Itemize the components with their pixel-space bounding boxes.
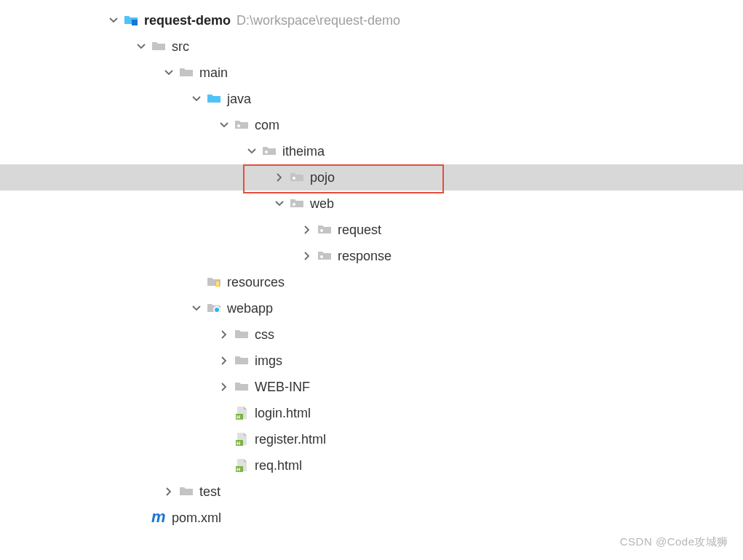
tree-item-test[interactable]: test: [0, 479, 743, 505]
maven-file-icon: [151, 511, 166, 525]
tree-item-css[interactable]: css: [0, 321, 743, 348]
tree-label: imgs: [255, 353, 282, 369]
tree-item-com[interactable]: com: [0, 112, 743, 138]
folder-icon: [179, 65, 194, 80]
tree-label: login.html: [255, 406, 311, 421]
package-icon: [290, 196, 304, 211]
tree-item-request[interactable]: request: [0, 217, 743, 243]
tree-item-pojo[interactable]: pojo: [0, 164, 743, 191]
tree-item-java[interactable]: java: [0, 86, 743, 112]
tree-item-main[interactable]: main: [0, 60, 743, 86]
tree-label: web: [310, 196, 334, 212]
tree-item-register[interactable]: register.html: [0, 426, 743, 452]
chevron-right-icon[interactable]: [218, 355, 230, 367]
tree-item-imgs[interactable]: imgs: [0, 348, 743, 374]
folder-icon: [179, 484, 194, 499]
package-icon: [317, 249, 332, 263]
tree-item-response[interactable]: response: [0, 243, 743, 269]
tree-label: webapp: [227, 301, 273, 316]
tree-item-webapp[interactable]: webapp: [0, 295, 743, 321]
chevron-right-icon[interactable]: [274, 172, 285, 183]
tree-label: itheima: [282, 144, 325, 159]
package-icon: [262, 144, 277, 159]
chevron-down-icon[interactable]: [246, 145, 258, 157]
watermark: CSDN @Code攻城狮: [620, 535, 728, 549]
tree-path: D:\workspace\request-demo: [237, 13, 400, 28]
chevron-down-icon[interactable]: [274, 198, 285, 209]
package-icon: [290, 170, 304, 185]
source-folder-icon: [207, 92, 221, 106]
chevron-right-icon[interactable]: [218, 381, 230, 393]
tree-item-login[interactable]: login.html: [0, 400, 743, 426]
tree-label: req.html: [255, 458, 302, 473]
tree-label: main: [199, 65, 228, 81]
chevron-down-icon[interactable]: [135, 41, 147, 52]
folder-icon: [234, 380, 249, 394]
tree-item-src[interactable]: src: [0, 33, 743, 60]
tree-label: java: [227, 92, 251, 107]
chevron-right-icon[interactable]: [301, 224, 313, 236]
tree-item-pom[interactable]: pom.xml: [0, 505, 743, 531]
tree-item-resources[interactable]: resources: [0, 269, 743, 295]
module-icon: [124, 13, 138, 28]
folder-icon: [234, 327, 249, 342]
tree-item-req[interactable]: req.html: [0, 452, 743, 479]
tree-label: com: [255, 118, 279, 133]
tree-label: resources: [227, 275, 285, 290]
tree-label: pojo: [310, 170, 335, 185]
tree-label: test: [199, 484, 220, 500]
tree-label: request: [338, 223, 381, 238]
chevron-down-icon[interactable]: [108, 15, 119, 26]
chevron-right-icon[interactable]: [218, 329, 230, 340]
folder-icon: [234, 353, 249, 368]
tree-label: src: [172, 39, 189, 55]
project-tree[interactable]: request-demo D:\workspace\request-demo s…: [0, 0, 743, 531]
chevron-down-icon[interactable]: [191, 93, 202, 105]
tree-label: register.html: [255, 432, 326, 447]
tree-label: request-demo: [144, 13, 231, 28]
tree-item-web[interactable]: web: [0, 191, 743, 217]
tree-label: WEB-INF: [255, 380, 310, 395]
tree-item-root[interactable]: request-demo D:\workspace\request-demo: [0, 7, 743, 33]
tree-item-webinf[interactable]: WEB-INF: [0, 374, 743, 400]
chevron-right-icon[interactable]: [163, 486, 175, 497]
tree-label: css: [255, 327, 274, 343]
folder-icon: [151, 39, 166, 54]
webapp-folder-icon: [207, 301, 221, 316]
resources-folder-icon: [207, 275, 221, 289]
html-file-icon: [234, 406, 249, 420]
chevron-down-icon[interactable]: [191, 303, 202, 314]
tree-item-itheima[interactable]: itheima: [0, 138, 743, 164]
chevron-right-icon[interactable]: [301, 250, 313, 262]
chevron-down-icon[interactable]: [218, 119, 230, 131]
html-file-icon: [234, 458, 249, 473]
html-file-icon: [234, 432, 249, 447]
package-icon: [317, 223, 332, 237]
tree-label: response: [338, 249, 392, 264]
package-icon: [234, 118, 249, 132]
chevron-down-icon[interactable]: [163, 67, 175, 79]
tree-label: pom.xml: [172, 511, 221, 526]
